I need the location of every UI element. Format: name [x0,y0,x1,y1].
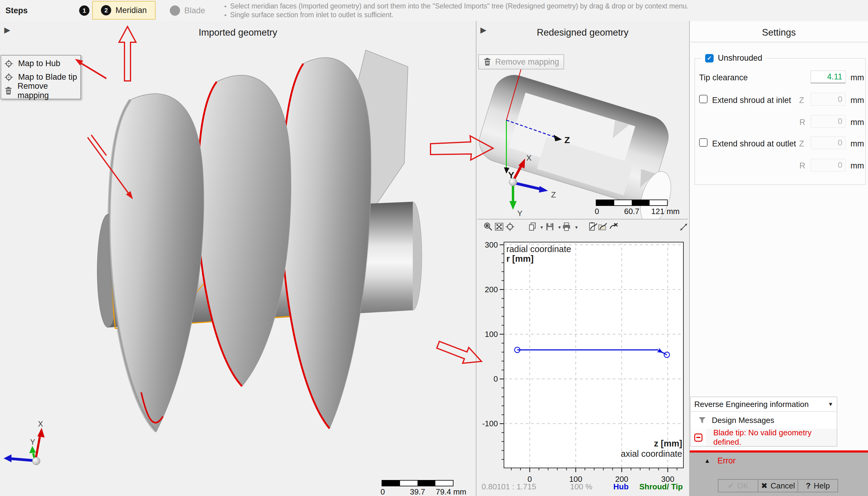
step-meridian-active[interactable]: 2 Meridian [92,1,155,20]
tip-clearance-input[interactable]: 4.11 [811,71,845,83]
zoom-icon[interactable] [483,222,493,232]
extend-outlet-checkbox[interactable] [699,138,707,147]
print-icon[interactable] [562,222,572,232]
help-icon: ? [806,481,811,491]
extend-inlet-checkbox[interactable] [699,95,707,103]
model-z-label: Z [564,135,570,145]
info-selector[interactable]: Reverse Engineering information ▼ [691,397,837,412]
blade-1 [109,94,204,431]
redesigned-panel-title: Redesigned geometry [477,27,688,38]
inlet-z-input[interactable]: 0 [811,93,845,106]
settings-panel: Settings ✓ Unshrouded Tip clearance 4.11… [689,21,868,496]
redesigned-scale-bar: 0 60.7 121 mm [596,200,668,216]
svg-text:200: 200 [485,285,498,294]
menu-item-label: Map to Hub [18,59,60,68]
save-icon[interactable] [545,222,555,232]
step-1-badge: 1 [79,5,89,16]
instruction-line-1: Select meridian faces (Imported geometry… [224,2,689,11]
unshrouded-checkbox[interactable]: ✓ [705,54,714,62]
ok-button[interactable]: ✔OK [718,480,758,492]
trash-icon [4,87,13,95]
extend-inlet-label: Extend shroud at inlet [712,96,791,105]
design-messages-row[interactable]: Design Messages [691,412,837,429]
copy-icon[interactable] [527,222,538,232]
scale-mid: 39.7 [410,487,425,496]
cancel-button[interactable]: ✖Cancel [758,480,798,492]
redesigned-3d-viewport[interactable]: Z Y X Y Z [477,21,688,219]
menu-item-label: Map to Blade tip [18,73,77,82]
menu-item-map-to-hub[interactable]: Map to Hub [1,57,80,70]
load-curve-icon[interactable] [598,222,608,232]
delete-curve-icon[interactable] [609,222,619,232]
trash-icon [483,58,492,66]
legend-shroud-tip[interactable]: Shroud/ Tip [639,482,683,492]
x-axis-unit: z [mm] [654,439,682,449]
copy-dropdown-icon[interactable]: ▼ [540,225,544,230]
y-axis-title: radial coordinate [506,244,571,254]
dialog-buttons: ✔OK ✖Cancel ?Help [718,479,838,492]
context-menu: Map to Hub Map to Blade tip Remove mappi… [1,55,81,99]
fit-view-icon[interactable] [494,222,505,232]
error-message: Blade tip: No valid geometry defined. [707,428,837,447]
legend-hub[interactable]: Hub [613,482,629,492]
scale-start: 0 [595,207,599,216]
message-row[interactable]: Blade tip: No valid geometry defined. [691,429,837,446]
imported-geometry-panel[interactable]: ▶ Imported geometry [0,21,477,496]
instructions: Select meridian faces (Imported geometry… [224,2,689,19]
save-dropdown-icon[interactable]: ▼ [557,225,562,230]
chevron-down-icon: ▼ [828,401,833,407]
redesigned-geometry-panel[interactable]: ▶ Redesigned geometry [477,21,688,219]
x-axis-title: axial coordinate [621,449,682,459]
error-header[interactable]: ▲ Error [704,456,736,465]
outlet-r-input[interactable]: 0 [811,159,845,171]
check-icon: ✔ [728,481,734,491]
imported-axis-triad: X Y [4,420,45,465]
outlet-z-unit: mm [851,139,864,149]
help-button[interactable]: ?Help [798,480,837,492]
zoom-level-value: 100 % [570,482,593,492]
application-window: Steps 1 Import 2 Meridian 3 Blade Select… [0,0,868,496]
step-3-label: Blade [184,6,205,15]
y-axis-unit: r [mm] [506,254,534,264]
remove-mapping-label: Remove mapping [495,57,559,67]
crosshair-icon[interactable] [505,222,515,232]
imported-panel-title: Imported geometry [0,27,476,38]
blade-2 [197,75,291,386]
step-2-badge: 2 [101,5,111,15]
print-dropdown-icon[interactable]: ▼ [574,225,579,230]
menu-item-remove-mapping[interactable]: Remove mapping [1,84,80,97]
inlet-r-label: R [799,118,806,127]
outlet-r-unit: mm [851,161,864,171]
triad-z-label: Z [551,190,556,199]
plot-status-bar: 0.80101 : 1.715 100 % Hub Shroud/ Tip [477,482,688,494]
plot-toolbar: ▼ ▼ ▼ [477,219,688,237]
scale-start: 0 [380,487,385,496]
step-3-badge: 3 [170,5,180,16]
check-icon: ✓ [707,55,712,62]
tip-clearance-unit: mm [851,73,864,82]
outlet-z-input[interactable]: 0 [811,137,845,149]
close-icon: ✖ [761,481,768,491]
svg-text:300: 300 [485,240,498,249]
inlet-z-unit: mm [851,96,864,105]
triad-x-label: X [526,153,532,162]
inlet-r-unit: mm [851,118,864,127]
error-label: Error [718,456,736,465]
outlet-r-label: R [799,161,806,171]
error-section: ▲ Error ✔OK ✖Cancel ?Help [690,450,868,496]
measure-icon[interactable] [679,222,689,233]
paste-curve-icon[interactable] [588,222,599,232]
inlet-r-input[interactable]: 0 [811,115,845,128]
step-blade[interactable]: 3 Blade [170,0,205,21]
remove-mapping-button[interactable]: Remove mapping [478,55,564,69]
menu-item-label: Remove mapping [17,81,77,100]
step-2-label: Meridian [116,6,147,15]
triad-y-label: Y [30,438,35,446]
crosshair-icon [4,73,13,82]
divider [691,42,868,42]
triad-y-label: Y [517,209,522,218]
scale-end: 79.4 mm [436,487,466,496]
meridian-plot-panel: ▼ ▼ ▼ 0100200300-1000100200300 radial co… [477,219,688,496]
unshrouded-label: Unshrouded [718,53,762,63]
info-selector-label: Reverse Engineering information [694,400,809,409]
